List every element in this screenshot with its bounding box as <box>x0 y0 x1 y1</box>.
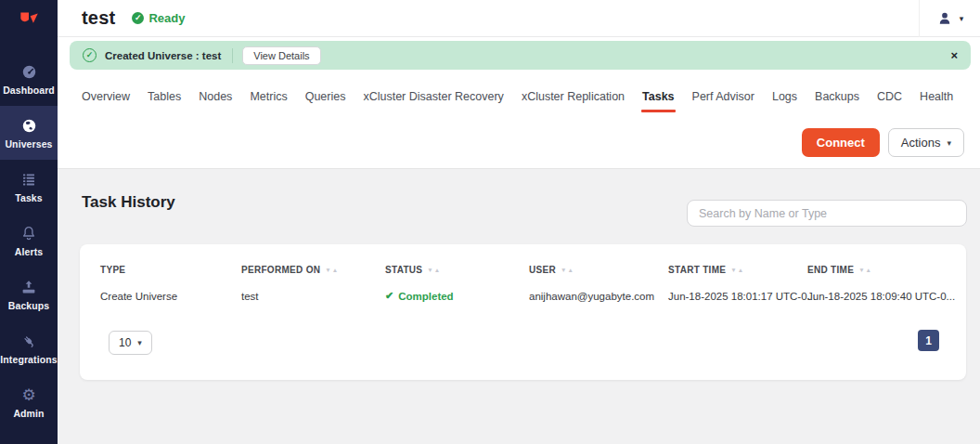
tab-tasks[interactable]: Tasks <box>642 90 675 112</box>
task-table-card: TYPE PERFORMED ON ▼▲ STATUS ▼▲ USER ▼▲ S… <box>80 244 966 380</box>
sidebar-item-label: Alerts <box>15 246 43 257</box>
sidebar-item-label: Backups <box>8 300 49 311</box>
column-header-status[interactable]: STATUS ▼▲ <box>385 265 529 275</box>
tab-nodes[interactable]: Nodes <box>199 90 232 112</box>
sort-icon: ▼▲ <box>858 267 872 273</box>
tasks-content: Task History TYPE PERFORMED ON ▼▲ STATUS… <box>58 168 980 444</box>
status-label: Ready <box>148 11 185 25</box>
table-row[interactable]: Create Universe test ✔ Completed anijhaw… <box>80 290 966 302</box>
cell-type: Create Universe <box>100 291 241 302</box>
column-header-performed-on[interactable]: PERFORMED ON ▼▲ <box>241 265 385 275</box>
sidebar-item-integrations[interactable]: Integrations <box>0 321 58 375</box>
tab-xcluster-replication[interactable]: xCluster Replication <box>522 90 625 112</box>
cell-end-time: Jun-18-2025 18:09:40 UTC-0... <box>807 291 955 302</box>
banner-message: Created Universe : test <box>105 50 221 61</box>
sidebar: Dashboard Universes Tasks Alerts Backups <box>0 0 58 444</box>
sidebar-nav: Dashboard Universes Tasks Alerts Backups <box>0 39 58 429</box>
chevron-down-icon: ▾ <box>137 338 142 347</box>
sidebar-item-label: Integrations <box>0 354 57 365</box>
cell-user: anijhawan@yugabyte.com <box>529 291 668 302</box>
sidebar-item-alerts[interactable]: Alerts <box>0 214 58 268</box>
tab-metrics[interactable]: Metrics <box>250 90 287 112</box>
sidebar-item-universes[interactable]: Universes <box>0 106 58 160</box>
sidebar-item-label: Tasks <box>15 192 43 203</box>
tab-xcluster-disaster-recovery[interactable]: xCluster Disaster Recovery <box>363 90 503 112</box>
view-details-button[interactable]: View Details <box>242 46 320 65</box>
success-banner: ✓ Created Universe : test View Details × <box>70 41 971 70</box>
tab-tables[interactable]: Tables <box>148 90 181 112</box>
column-header-user[interactable]: USER ▼▲ <box>529 265 668 275</box>
sort-icon: ▼▲ <box>325 267 339 273</box>
sidebar-item-label: Admin <box>13 408 44 419</box>
chevron-down-icon: ▾ <box>960 14 964 23</box>
column-header-end-time[interactable]: END TIME ▼▲ <box>807 265 946 275</box>
backups-icon <box>20 278 37 296</box>
sidebar-item-tasks[interactable]: Tasks <box>0 160 58 214</box>
integrations-icon <box>20 332 37 350</box>
cell-status: ✔ Completed <box>385 290 529 302</box>
sort-icon: ▼▲ <box>561 267 574 273</box>
sidebar-item-dashboard[interactable]: Dashboard <box>0 52 58 106</box>
check-circle-icon: ✓ <box>132 12 144 24</box>
universe-tabs: Overview Tables Nodes Metrics Queries xC… <box>82 90 976 112</box>
yugabyte-logo-icon <box>17 7 41 32</box>
status-badge: ✓ Ready <box>132 11 185 25</box>
tab-perf-advisor[interactable]: Perf Advisor <box>692 90 754 112</box>
toolbar: Connect Actions ▾ <box>802 128 964 157</box>
tasks-icon <box>20 170 37 189</box>
admin-icon: ⚙ <box>21 385 35 404</box>
page-size-dropdown[interactable]: 10 ▾ <box>109 331 152 355</box>
search-input[interactable] <box>687 200 967 227</box>
table-header-row: TYPE PERFORMED ON ▼▲ STATUS ▼▲ USER ▼▲ S… <box>80 244 966 275</box>
tab-queries[interactable]: Queries <box>305 90 346 112</box>
close-icon[interactable]: × <box>950 49 958 61</box>
check-circle-outline-icon: ✓ <box>83 48 97 62</box>
dashboard-icon <box>20 62 38 81</box>
actions-button[interactable]: Actions ▾ <box>888 128 964 157</box>
page-number-button[interactable]: 1 <box>918 330 939 351</box>
alerts-icon <box>20 224 37 242</box>
universe-name: test <box>82 7 115 29</box>
main-area: test ✓ Ready ▾ ✓ Created Universe : test… <box>58 0 980 444</box>
sidebar-item-label: Dashboard <box>3 85 55 96</box>
actions-button-label: Actions <box>901 136 941 150</box>
divider <box>232 48 233 63</box>
sidebar-item-backups[interactable]: Backups <box>0 268 58 321</box>
connect-button[interactable]: Connect <box>802 128 880 157</box>
tab-cdc[interactable]: CDC <box>877 90 902 112</box>
page-size-value: 10 <box>119 336 131 349</box>
tab-logs[interactable]: Logs <box>772 90 797 112</box>
page-title: Task History <box>82 193 175 212</box>
yugabyte-logo[interactable] <box>0 0 58 39</box>
sort-icon: ▼▲ <box>730 267 744 273</box>
sidebar-item-admin[interactable]: ⚙ Admin <box>0 375 58 429</box>
user-menu[interactable]: ▾ <box>919 0 980 37</box>
sidebar-item-label: Universes <box>5 138 52 150</box>
column-header-type[interactable]: TYPE <box>100 265 241 275</box>
column-header-start-time[interactable]: START TIME ▼▲ <box>668 265 807 275</box>
status-text: Completed <box>398 291 453 302</box>
universe-icon <box>20 116 38 135</box>
chevron-down-icon: ▾ <box>947 138 951 148</box>
user-icon <box>936 10 953 27</box>
top-bar: test ✓ Ready ▾ <box>58 0 980 37</box>
sort-icon: ▼▲ <box>427 267 441 273</box>
tab-overview[interactable]: Overview <box>82 90 130 112</box>
cell-start-time: Jun-18-2025 18:01:17 UTC-0... <box>668 291 807 302</box>
cell-performed-on: test <box>241 291 385 302</box>
tab-health[interactable]: Health <box>920 90 953 112</box>
check-icon: ✔ <box>385 290 393 302</box>
tab-backups[interactable]: Backups <box>815 90 859 112</box>
